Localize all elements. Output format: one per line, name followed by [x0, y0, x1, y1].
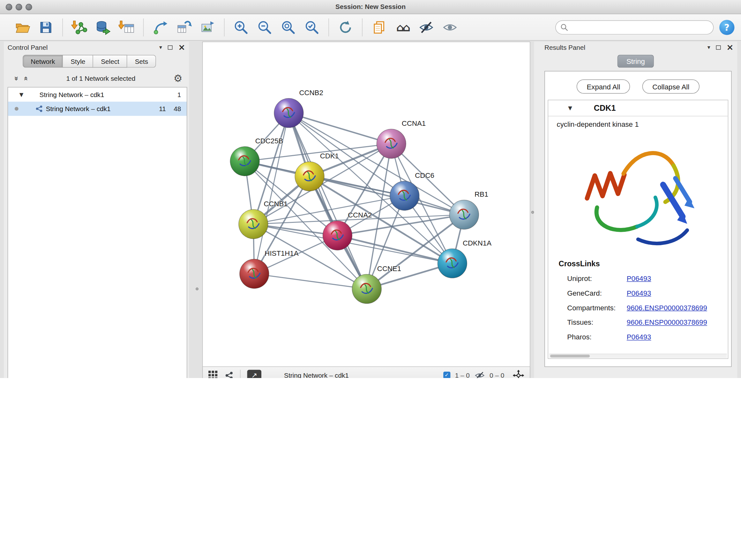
- panel-float-icon[interactable]: [716, 45, 721, 49]
- export-network-button[interactable]: ↗: [247, 369, 261, 378]
- eye-icon: [442, 19, 457, 35]
- edge-CCNB2-CCNE1[interactable]: [289, 113, 367, 289]
- zoom-selected-icon: [305, 19, 320, 35]
- network-overview-icon[interactable]: [225, 371, 233, 378]
- network-tree: ▼ String Network – cdk1 1 String Network…: [8, 87, 187, 378]
- network-layout-button[interactable]: [151, 18, 170, 37]
- selected-checkbox-icon[interactable]: ✓: [443, 372, 450, 378]
- pan-crosshair-icon[interactable]: [513, 369, 524, 378]
- control-panel: Control Panel ▾ × Network Style Select S…: [4, 42, 189, 378]
- zoom-in-button[interactable]: [232, 18, 251, 37]
- zoom-selected-button[interactable]: [302, 18, 321, 37]
- import-table-icon: [119, 19, 135, 35]
- entry-expanded-icon[interactable]: ▼: [568, 105, 572, 111]
- results-scrollbar[interactable]: [549, 354, 727, 358]
- network-node-count: 11: [159, 105, 166, 113]
- toolbar-separator: [143, 18, 144, 36]
- app-window: Session: New Session: [0, 0, 741, 378]
- open-folder-icon: [14, 19, 30, 35]
- copy-annotations-button[interactable]: [369, 18, 388, 37]
- edge-HIST1H1A-CCNE1[interactable]: [254, 273, 367, 289]
- network-collection-row[interactable]: ▼ String Network – cdk1 1: [8, 87, 187, 102]
- crosslink-link[interactable]: 9606.ENSP00000378699: [627, 304, 707, 312]
- edge-CCNB2-CCNA1[interactable]: [289, 113, 391, 144]
- network-view-title: String Network – cdk1: [284, 371, 349, 378]
- show-panel-button[interactable]: [441, 18, 459, 37]
- open-session-button[interactable]: [13, 18, 31, 37]
- expand-all-button[interactable]: Expand All: [577, 79, 630, 94]
- home-view-button[interactable]: ⌂⌂: [393, 18, 412, 37]
- edge-CCNB2-CCNB1[interactable]: [253, 113, 289, 224]
- help-button[interactable]: ?: [719, 19, 734, 35]
- hidden-eye-slash-icon: [475, 370, 485, 378]
- refresh-view-button[interactable]: [336, 18, 355, 37]
- crosslink-link[interactable]: P06493: [627, 274, 651, 282]
- toolbar-separator: [328, 18, 329, 36]
- crosslink-link[interactable]: P06493: [627, 333, 651, 341]
- node-details-header[interactable]: ▼ CDK1: [548, 100, 728, 116]
- collapse-all-networks-icon[interactable]: «: [21, 76, 30, 81]
- network-collection-label: String Network – cdk1: [40, 91, 105, 98]
- tab-select[interactable]: Select: [93, 55, 127, 68]
- tab-string-results[interactable]: String: [617, 55, 654, 68]
- control-panel-header: Control Panel ▾ ×: [4, 42, 189, 53]
- network-graph: [203, 42, 530, 367]
- zoom-out-button[interactable]: [255, 18, 274, 37]
- birds-eye-view-icon[interactable]: [208, 371, 217, 378]
- zoom-fit-icon: [281, 19, 296, 35]
- hide-panel-button[interactable]: [417, 18, 435, 37]
- collection-count: 1: [178, 91, 181, 98]
- control-panel-tabs: Network Style Select Sets: [23, 55, 156, 68]
- network-options-gear-icon[interactable]: ⚙: [174, 73, 183, 84]
- string-network-icon: [36, 105, 43, 113]
- import-network-file-icon: [71, 19, 87, 35]
- tree-expanded-icon[interactable]: ▼: [19, 91, 23, 98]
- edge-CCNB2-HIST1H1A[interactable]: [254, 113, 289, 274]
- network-view-canvas[interactable]: CCNB2CCNA1CDC25BCDK1CDC6RB1CCNB1CCNA2CDK…: [202, 42, 530, 367]
- string-results-content: Expand All Collapse All ▼ CDK1 cyclin-de…: [544, 71, 731, 367]
- network-selected-status: 1 of 1 Network selected: [28, 75, 174, 82]
- import-network-from-file-button[interactable]: [70, 18, 89, 37]
- splitter-handle[interactable]: [531, 211, 534, 214]
- export-image-button[interactable]: [198, 18, 217, 37]
- zoom-out-icon: [257, 19, 272, 35]
- collapse-all-button[interactable]: Collapse All: [643, 79, 699, 94]
- panel-collapse-icon[interactable]: ▾: [708, 44, 711, 51]
- save-session-button[interactable]: [37, 18, 55, 37]
- new-network-from-table-button[interactable]: [174, 18, 193, 37]
- import-table-from-file-button[interactable]: [117, 18, 136, 37]
- panel-close-icon[interactable]: ×: [726, 43, 733, 52]
- panel-collapse-icon[interactable]: ▾: [159, 44, 162, 51]
- selected-node-edge-count: 1 – 0: [455, 371, 470, 378]
- protein-description: cyclin-dependent kinase 1: [548, 116, 728, 128]
- window-title: Session: New Session: [0, 3, 741, 10]
- toolbar-separator: [224, 18, 224, 36]
- tab-network[interactable]: Network: [23, 55, 63, 68]
- crosslink-row: Pharos: P06493: [548, 329, 728, 344]
- search-input[interactable]: [568, 23, 709, 31]
- refresh-icon: [338, 19, 353, 35]
- tab-sets[interactable]: Sets: [127, 55, 156, 68]
- tab-style[interactable]: Style: [63, 55, 93, 68]
- crosslinks-title: CrossLinks: [559, 260, 728, 268]
- toolbar-separator: [62, 18, 63, 36]
- zoom-fit-button[interactable]: [279, 18, 298, 37]
- panel-close-icon[interactable]: ×: [178, 43, 185, 52]
- gene-name: CDK1: [594, 104, 616, 113]
- network-selection-row: » « 1 of 1 Network selected ⚙: [4, 71, 189, 86]
- crosslink-link[interactable]: 9606.ENSP00000378699: [627, 318, 707, 326]
- network-row-selected[interactable]: String Network – cdk1 11 48: [8, 102, 187, 116]
- network-view-toolbar: ↗ String Network – cdk1 ✓ 1 – 0 0 – 0: [202, 367, 530, 378]
- search-bar[interactable]: [555, 20, 714, 34]
- expand-all-networks-icon[interactable]: »: [12, 76, 21, 81]
- import-network-from-database-button[interactable]: [93, 18, 112, 37]
- panel-float-icon[interactable]: [168, 45, 173, 49]
- toolbar-separator: [240, 369, 240, 378]
- crosslink-link[interactable]: P06493: [627, 289, 651, 297]
- control-panel-title: Control Panel: [8, 44, 48, 51]
- crosslink-label: Pharos:: [567, 333, 627, 341]
- crosslink-row: Tissues: 9606.ENSP00000378699: [548, 315, 728, 329]
- results-panel-title: Results Panel: [544, 44, 585, 51]
- crosslink-row: GeneCard: P06493: [548, 286, 728, 300]
- splitter-handle[interactable]: [196, 287, 199, 290]
